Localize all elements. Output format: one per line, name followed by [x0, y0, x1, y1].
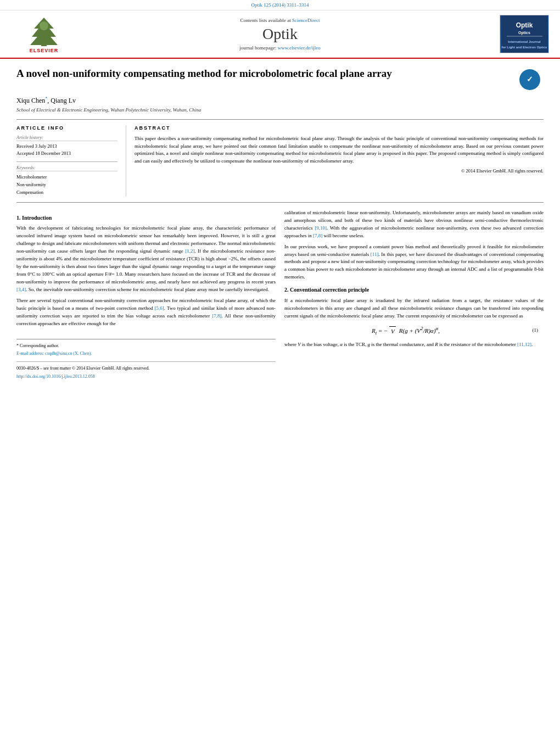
svg-text:Optics: Optics [518, 31, 530, 35]
crossmark-svg: ✓ [521, 71, 539, 88]
paper-title: A novel non-uniformity compensating meth… [16, 67, 392, 81]
journal-header-center: Contents lists available at ScienceDirec… [77, 18, 483, 51]
email-line: E-mail address: cxqdh@sina.cn (X. Chen). [16, 350, 276, 357]
crossmark-icon: ✓ [519, 69, 540, 90]
abstract-copyright: © 2014 Elsevier GmbH. All rights reserve… [135, 168, 544, 174]
abstract-text: This paper describes a non-uniformity co… [135, 135, 544, 165]
journal-header-right: Optik Optics International Journal for L… [483, 15, 549, 53]
contents-line: Contents lists available at ScienceDirec… [77, 18, 483, 23]
svg-text:International Journal: International Journal [508, 40, 541, 43]
info-divider [16, 161, 117, 162]
footnotes: * Corresponding author. E-mail address: … [16, 339, 276, 381]
article-info-heading: ARTICLE INFO [16, 125, 117, 131]
email-label: E-mail address: [16, 351, 44, 356]
article-history-section: Article history: Received 3 July 2013 Ac… [16, 135, 117, 157]
elsevier-text: ELSEVIER [30, 48, 59, 53]
column-left: 1. Introduction With the development of … [16, 209, 276, 380]
column-right: calibration of microbolometric linear no… [284, 209, 544, 380]
history-label: Article history: [16, 135, 117, 141]
body-columns: 1. Introduction With the development of … [16, 209, 544, 380]
ref-11-12: [11,12] [517, 342, 531, 347]
optik-journal-logo: Optik Optics International Journal for L… [500, 15, 549, 53]
homepage-label: journal homepage: [239, 45, 276, 51]
ref-7-8b: [7,8] [313, 233, 322, 238]
svg-text:✓: ✓ [527, 75, 533, 83]
keywords-section: Keywords: Microbolometer Non-uniformity … [16, 165, 117, 197]
authors: Xiqu Chen*, Qiang Lv [16, 96, 544, 105]
section2-para2: where V is the bias voltage, α is the TC… [284, 341, 544, 349]
received-date: Received 3 July 2013 [16, 143, 117, 150]
sciencedirect-link[interactable]: ScienceDirect [292, 18, 320, 23]
affiliation: School of Electrical & Electronic Engine… [16, 107, 544, 113]
formula-text: Rt = − V R(g + (V2/R)α)α, [290, 325, 522, 337]
formula-block: Rt = − V R(g + (V2/R)α)α, (1) [284, 325, 544, 337]
footer-rule [16, 361, 276, 362]
optik-logo-svg: Optik Optics International Journal for L… [501, 15, 548, 53]
section1-right-para2: In our previous work, we have proposed a… [284, 243, 544, 282]
email-suffix: (X. Chen). [73, 351, 92, 356]
ref-5-6: [5,6] [155, 305, 164, 311]
author-names: Xiqu Chen*, Qiang Lv [16, 97, 76, 104]
ref-11: [11] [371, 252, 379, 257]
section1-para1: With the development of fabricating tech… [16, 225, 276, 293]
journal-url: journal homepage: www.elsevier.de/ijleo [77, 45, 483, 51]
journal-title: Optik [77, 25, 483, 43]
contents-label: Contents lists available at [240, 18, 291, 23]
formula-number: (1) [522, 327, 538, 334]
info-abstract-section: ARTICLE INFO Article history: Received 3… [16, 119, 544, 203]
corresponding-author-label: * Corresponding author. [16, 343, 276, 349]
svg-text:Optik: Optik [516, 21, 533, 29]
journal-header: ELSEVIER Contents lists available at Sci… [0, 10, 560, 59]
section2-heading: 2. Conventional correction principle [284, 286, 544, 294]
footer-doi[interactable]: http://dx.doi.org/10.1016/j.ijleo.2013.1… [16, 373, 276, 380]
ref-3-4: [3,4] [16, 287, 26, 292]
crossmark-area: ✓ [516, 67, 544, 92]
article-info: ARTICLE INFO Article history: Received 3… [16, 125, 126, 197]
abstract-section: ABSTRACT This paper describes a non-unif… [126, 125, 544, 197]
main-content: A novel non-uniformity compensating meth… [0, 59, 560, 388]
ref-9-10: [9,10] [315, 225, 327, 231]
accepted-date: Accepted 18 December 2013 [16, 150, 117, 157]
keywords-label: Keywords: [16, 165, 117, 171]
keyword-2: Non-uniformity [16, 181, 117, 188]
section1-heading: 1. Introduction [16, 214, 276, 222]
svg-point-3 [40, 21, 48, 30]
ref-7-8: [7,8] [212, 313, 221, 319]
doi-top-bar: Optik 125 (2014) 3311–3314 [0, 0, 560, 10]
elsevier-logo: ELSEVIER [11, 15, 77, 53]
elsevier-tree-icon [22, 15, 66, 48]
keyword-3: Compensation [16, 188, 117, 196]
abstract-heading: ABSTRACT [135, 125, 544, 131]
section1-para2: There are several typical conventional n… [16, 297, 276, 328]
svg-text:for Light and Electron Optics: for Light and Electron Optics [501, 46, 547, 49]
paper-header: A novel non-uniformity compensating meth… [16, 67, 544, 92]
section2-para1: If a microbolometric focal plane array i… [284, 297, 544, 320]
email-address[interactable]: cxqdh@sina.cn [45, 351, 72, 356]
keyword-1: Microbolometer [16, 173, 117, 181]
footer-copyright: 0030-4026/$ – see front matter © 2014 El… [16, 365, 276, 372]
homepage-url[interactable]: www.elsevier.de/ijleo [278, 45, 321, 51]
doi-label: Optik 125 (2014) 3311–3314 [251, 2, 309, 8]
ref-1-2: [1,2] [185, 248, 194, 254]
elsevier-logo-area: ELSEVIER [11, 15, 77, 53]
section1-right-para1: calibration of microbolometric linear no… [284, 209, 544, 240]
